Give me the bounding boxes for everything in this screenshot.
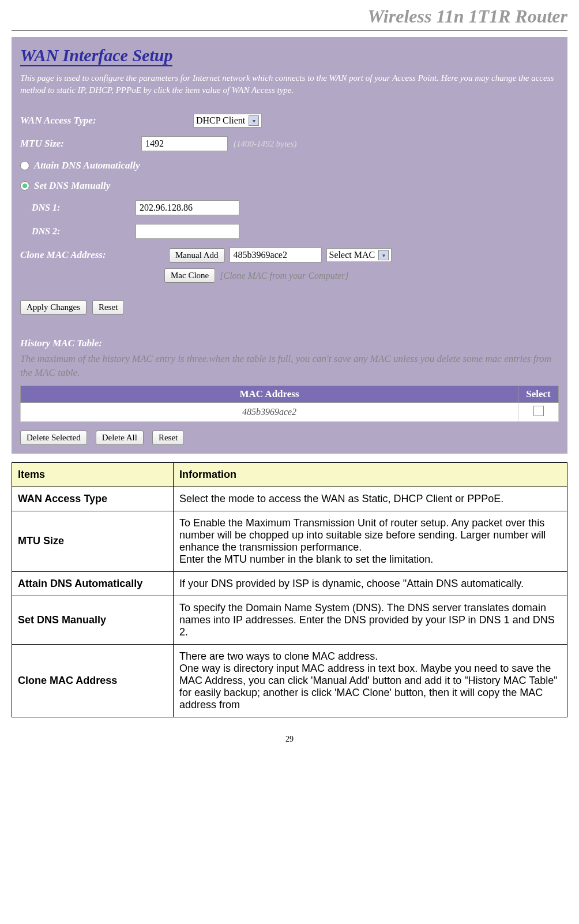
wan-setup-panel: WAN Interface Setup This page is used to… xyxy=(12,37,567,454)
history-mac-desc: The maximum of the history MAC entry is … xyxy=(20,352,559,380)
select-mac-dropdown[interactable]: Select MAC ▾ xyxy=(326,248,392,262)
dns2-input[interactable] xyxy=(136,224,239,239)
panel-desc: This page is used to configure the param… xyxy=(20,72,559,96)
mac-clone-button[interactable]: Mac Clone xyxy=(164,268,215,283)
dns1-label: DNS 1: xyxy=(20,203,136,213)
select-checkbox[interactable] xyxy=(533,406,544,416)
mac-input[interactable] xyxy=(230,248,322,263)
radio-set-dns-label: Set DNS Manually xyxy=(34,180,110,192)
manual-add-button[interactable]: Manual Add xyxy=(169,248,225,263)
table-row: Set DNS ManuallyTo specify the Domain Na… xyxy=(12,596,567,644)
reset-button-2[interactable]: Reset xyxy=(152,431,184,445)
history-mac-title: History MAC Table: xyxy=(20,338,559,349)
dns1-input[interactable] xyxy=(136,200,239,215)
reset-button[interactable]: Reset xyxy=(92,300,124,315)
mac-cell: 485b3969ace2 xyxy=(21,402,518,421)
page-number: 29 xyxy=(0,735,579,744)
mtu-label: MTU Size: xyxy=(20,138,141,149)
mtu-input[interactable] xyxy=(141,136,228,151)
dns2-label: DNS 2: xyxy=(20,226,136,237)
chevron-down-icon: ▾ xyxy=(249,115,259,126)
table-row: Clone MAC AddressThere are two ways to c… xyxy=(12,644,567,717)
chevron-down-icon: ▾ xyxy=(378,250,389,260)
info-table: Items Information WAN Access TypeSelect … xyxy=(12,462,567,717)
table-row: Attain DNS AutomaticallyIf your DNS prov… xyxy=(12,571,567,596)
mtu-note: (1400-1492 bytes) xyxy=(234,139,297,149)
apply-changes-button[interactable]: Apply Changes xyxy=(20,300,87,315)
radio-set-dns[interactable] xyxy=(20,181,29,190)
page-title: Wireless 11n 1T1R Router xyxy=(368,6,567,27)
delete-selected-button[interactable]: Delete Selected xyxy=(20,431,87,445)
radio-attain-dns-label: Attain DNS Automatically xyxy=(34,160,140,171)
delete-all-button[interactable]: Delete All xyxy=(96,431,144,445)
th-mac-address: MAC Address xyxy=(21,386,518,402)
mac-clone-note: [Clone MAC from your Computer] xyxy=(220,271,348,281)
clone-mac-label: Clone MAC Address: xyxy=(20,249,164,261)
table-row: WAN Access TypeSelect the mode to access… xyxy=(12,487,567,511)
table-row: 485b3969ace2 xyxy=(21,402,559,421)
history-mac-table: MAC Address Select 485b3969ace2 xyxy=(20,386,559,422)
table-row: MTU SizeTo Enable the Maximum Transmissi… xyxy=(12,511,567,571)
th-information: Information xyxy=(174,462,567,487)
wan-type-select[interactable]: DHCP Client ▾ xyxy=(193,114,262,128)
th-select: Select xyxy=(518,386,559,402)
radio-attain-dns[interactable] xyxy=(20,161,29,170)
th-items: Items xyxy=(12,462,174,487)
panel-title: WAN Interface Setup xyxy=(20,46,172,66)
wan-type-label: WAN Access Type: xyxy=(20,115,141,126)
